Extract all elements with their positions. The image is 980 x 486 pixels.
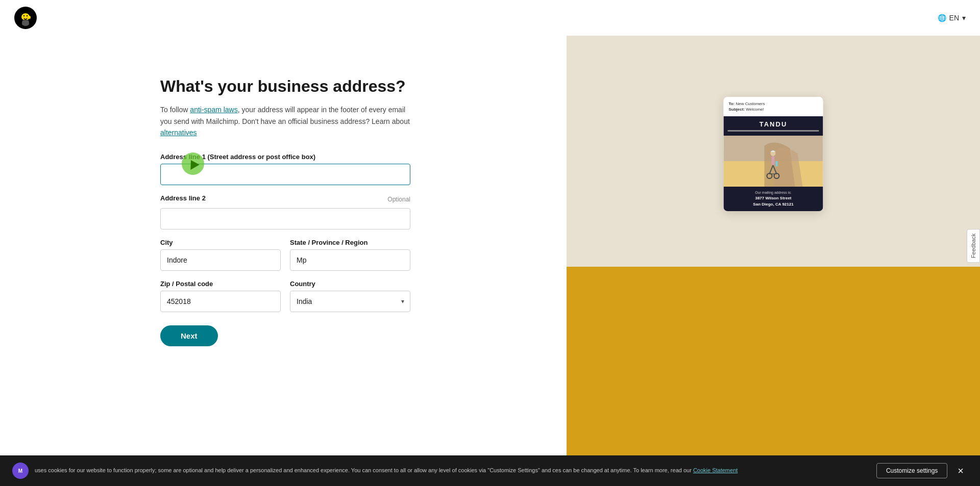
logo-area xyxy=(14,7,37,29)
top-nav: 🌐 EN ▾ xyxy=(0,0,980,36)
cookie-banner: M uses cookies for our website to functi… xyxy=(0,455,980,486)
footer-address-line1: 3877 Wilson Street xyxy=(728,195,819,201)
svg-point-4 xyxy=(29,16,31,19)
country-group: Country India United States United Kingd… xyxy=(290,280,410,312)
zip-input[interactable] xyxy=(160,291,281,312)
email-card-footer: Our mailing address is: 3877 Wilson Stre… xyxy=(724,187,823,211)
email-preview-card: To: New Customers Subject: Welcome! TAND… xyxy=(724,97,823,211)
zip-country-row: Zip / Postal code Country India United S… xyxy=(160,280,410,312)
globe-icon: 🌐 xyxy=(938,14,946,22)
email-card-brand: TANDU xyxy=(724,116,823,136)
brand-name: TANDU xyxy=(728,120,819,128)
address1-label: Address line 1 (Street address or post o… xyxy=(160,153,410,161)
svg-rect-15 xyxy=(776,161,778,166)
lang-label: EN xyxy=(949,14,959,22)
mailchimp-logo xyxy=(14,7,37,29)
left-panel: What's your business address? To follow … xyxy=(0,36,567,455)
right-panel: To: New Customers Subject: Welcome! TAND… xyxy=(567,36,980,455)
feedback-tab[interactable]: Feedback xyxy=(967,228,980,262)
cookie-text-content: uses cookies for our website to function… xyxy=(35,467,692,473)
footer-address-line2: San Diego, CA 92121 xyxy=(728,201,819,207)
subject-value: Welcome! xyxy=(746,107,764,112)
zip-group: Zip / Postal code xyxy=(160,280,281,312)
cookie-text: uses cookies for our website to function… xyxy=(35,467,870,474)
antispam-link[interactable]: anti-spam laws xyxy=(190,106,237,114)
city-state-row: City State / Province / Region xyxy=(160,239,410,271)
state-group: State / Province / Region xyxy=(290,239,410,271)
address2-group: Address line 2 Optional xyxy=(160,194,410,229)
address2-input[interactable] xyxy=(160,208,410,229)
city-group: City xyxy=(160,239,281,271)
country-label: Country xyxy=(290,280,410,288)
optional-text: Optional xyxy=(387,196,410,203)
address1-group: Address line 1 (Street address or post o… xyxy=(160,153,410,185)
cookie-brand-icon: M xyxy=(12,463,29,479)
city-label: City xyxy=(160,239,281,246)
svg-rect-9 xyxy=(772,156,775,165)
city-input[interactable] xyxy=(160,249,281,271)
footer-small-text: Our mailing address is: xyxy=(728,191,819,194)
address2-label: Address line 2 xyxy=(160,194,206,202)
country-select[interactable]: India United States United Kingdom Canad… xyxy=(290,291,410,312)
svg-point-3 xyxy=(27,15,28,16)
to-label: To: xyxy=(729,101,735,106)
cookie-close-button[interactable]: × xyxy=(953,463,968,479)
state-label: State / Province / Region xyxy=(290,239,410,246)
address1-input[interactable] xyxy=(160,164,410,185)
state-input[interactable] xyxy=(290,249,410,271)
email-card-header: To: New Customers Subject: Welcome! xyxy=(724,97,823,116)
to-value: New Customers xyxy=(736,101,765,106)
feedback-tab-container: Feedback xyxy=(967,228,980,262)
email-card-image xyxy=(724,136,823,187)
desc-before: To follow xyxy=(160,106,190,114)
svg-point-2 xyxy=(23,15,24,16)
zip-label: Zip / Postal code xyxy=(160,280,281,288)
chevron-down-icon: ▾ xyxy=(962,14,966,22)
next-button[interactable]: Next xyxy=(160,325,218,346)
brand-bar xyxy=(728,130,819,132)
country-select-wrapper: India United States United Kingdom Canad… xyxy=(290,291,410,312)
main-layout: What's your business address? To follow … xyxy=(0,36,980,455)
alternatives-link[interactable]: alternatives xyxy=(160,129,197,137)
cookie-customize-button[interactable]: Customize settings xyxy=(876,463,947,478)
subject-label: Subject: xyxy=(729,107,745,112)
page-title: What's your business address? xyxy=(160,76,567,96)
cookie-statement-link[interactable]: Cookie Statement xyxy=(693,467,738,473)
description: To follow anti-spam laws, your address w… xyxy=(160,104,410,138)
right-panel-bottom-yellow xyxy=(567,267,980,455)
language-selector[interactable]: 🌐 EN ▾ xyxy=(938,14,966,22)
